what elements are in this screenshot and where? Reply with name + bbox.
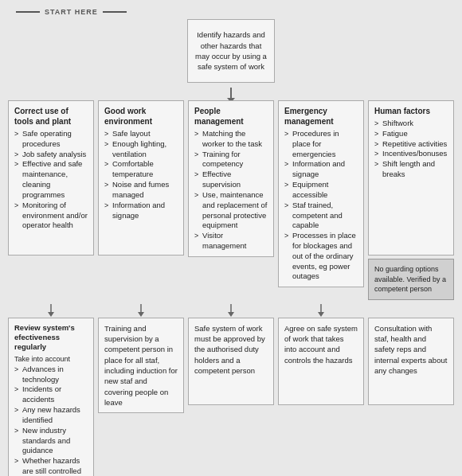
- top-box-text: Identify hazards and other hazards that …: [194, 29, 268, 72]
- start-line-left: [16, 11, 40, 13]
- list-item: Fatigue: [374, 129, 448, 139]
- list-item: Shift length and breaks: [374, 159, 448, 180]
- list-item: Monitoring of environment and/or operato…: [14, 201, 88, 231]
- arrow-cell-2: [98, 303, 184, 318]
- box-correct-use-title: Correct use of tools and plant: [14, 106, 88, 127]
- list-item: Incidents or accidents: [14, 384, 88, 405]
- box-human-factors-title: Human factors: [374, 106, 448, 116]
- col-people-mgmt: People management Matching the worker to…: [188, 100, 274, 259]
- list-item: Whether hazards are still controlled: [14, 456, 88, 476]
- training-text: Training and supervision by a competent …: [104, 324, 178, 407]
- no-guarding-text: No guarding options available. Verified …: [374, 265, 446, 293]
- list-item: Advances in technology: [14, 365, 88, 385]
- box-people-mgmt-title: People management: [194, 106, 268, 127]
- list-item: Job safety analysis: [14, 150, 88, 160]
- col-human-factors: Human factors Shiftwork Fatigue Repetiti…: [368, 100, 454, 300]
- start-label: START HERE: [45, 8, 98, 16]
- col-consultation: Consultation with staf, health and safet…: [368, 318, 454, 405]
- box-good-work-env-list: Safe layout Enough lighting, ventilation…: [104, 129, 178, 220]
- top-box: Identify hazards and other hazards that …: [187, 19, 275, 83]
- col-agree: Agree on safe system of work that takes …: [278, 318, 364, 405]
- col-correct-use: Correct use of tools and plant Safe oper…: [8, 100, 94, 259]
- arrow-cell-3: [188, 303, 274, 318]
- box-human-factors-list: Shiftwork Fatigue Repetitive activities …: [374, 119, 448, 180]
- box-correct-use-list: Safe operating procedures Job safety ana…: [14, 129, 88, 231]
- box-emergency-mgmt: Emergency management Procedures in place…: [278, 100, 364, 287]
- list-item: Information and signage: [104, 201, 178, 221]
- box-review-title: Review system's efectiveness regularly: [14, 323, 88, 353]
- list-item: Safe layout: [104, 129, 178, 139]
- row1: Identify hazards and other hazards that …: [8, 19, 454, 83]
- box-agree: Agree on safe system of work that takes …: [278, 318, 364, 405]
- list-item: Enough lighting, ventilation: [104, 139, 178, 160]
- svg-marker-7: [318, 312, 324, 317]
- consultation-text: Consultation with staf, health and safet…: [374, 324, 447, 375]
- box-good-work-env: Good work environment Safe layout Enough…: [98, 100, 184, 256]
- box-consultation: Consultation with staf, health and safet…: [368, 318, 454, 405]
- list-item: Equipment accessible: [284, 180, 358, 201]
- safe-system-text: Safe system of work must be approved by …: [194, 324, 265, 375]
- box-safe-system: Safe system of work must be approved by …: [188, 318, 274, 405]
- arrow-cell-4: [278, 303, 364, 318]
- col-review: Review system's efectiveness regularly T…: [8, 318, 94, 476]
- list-item: Processes in place for blockages and out…: [284, 231, 358, 282]
- agree-text: Agree on safe system of work that takes …: [284, 324, 358, 365]
- svg-marker-1: [48, 312, 54, 317]
- arrow-down-svg: [227, 304, 235, 317]
- list-item: Any new hazards identified: [14, 405, 88, 426]
- arrow-cell-1: [8, 303, 94, 318]
- arrows-row-2-3: [8, 303, 454, 318]
- list-item: Effective and safe maintenance, cleaning…: [14, 159, 88, 200]
- arrow-cell-5: [368, 303, 454, 318]
- start-line-right: [103, 11, 127, 13]
- box-good-work-env-title: Good work environment: [104, 106, 178, 127]
- start-here-banner: START HERE: [16, 8, 454, 16]
- list-item: Effective supervision: [194, 170, 268, 190]
- review-take-into: Take into account: [14, 355, 88, 363]
- arrow-down-svg: [47, 304, 55, 317]
- arrow-down-svg: [317, 304, 325, 317]
- box-people-mgmt-list: Matching the worker to the task Training…: [194, 129, 268, 252]
- svg-marker-5: [228, 312, 234, 317]
- box-review: Review system's efectiveness regularly T…: [8, 318, 94, 476]
- col-emergency-mgmt: Emergency management Procedures in place…: [278, 100, 364, 287]
- box-emergency-mgmt-title: Emergency management: [284, 106, 358, 127]
- list-item: Shiftwork: [374, 119, 448, 129]
- row3: Review system's efectiveness regularly T…: [8, 318, 454, 476]
- box-emergency-mgmt-list: Procedures in place for emergencies Info…: [284, 129, 358, 282]
- col-safe-system: Safe system of work must be approved by …: [188, 318, 274, 405]
- list-item: Visitor management: [194, 231, 268, 252]
- arrow-down-1: [8, 88, 454, 99]
- col-training: Training and supervision by a competent …: [98, 318, 184, 413]
- row2: Correct use of tools and plant Safe oper…: [8, 100, 454, 300]
- list-item: Comfortable temperature: [104, 159, 178, 180]
- list-item: Use, maintenance and replacement of pers…: [194, 190, 268, 231]
- list-item: Training for competency: [194, 150, 268, 170]
- box-no-guarding: No guarding options available. Verified …: [368, 259, 454, 300]
- box-human-factors: Human factors Shiftwork Fatigue Repetiti…: [368, 100, 454, 256]
- list-item: Safe operating procedures: [14, 129, 88, 150]
- list-item: Matching the worker to the task: [194, 129, 268, 150]
- list-item: Staf trained, competent and capable: [284, 201, 358, 231]
- list-item: New industry standards and guidance: [14, 426, 88, 456]
- svg-marker-3: [138, 312, 144, 317]
- arrow-line-1: [230, 88, 232, 99]
- list-item: Incentives/bonuses: [374, 149, 448, 159]
- list-item: Procedures in place for emergencies: [284, 129, 358, 159]
- col-good-work-env: Good work environment Safe layout Enough…: [98, 100, 184, 259]
- box-training: Training and supervision by a competent …: [98, 318, 184, 413]
- list-item: Noise and fumes managed: [104, 180, 178, 201]
- box-correct-use: Correct use of tools and plant Safe oper…: [8, 100, 94, 256]
- box-people-mgmt: People management Matching the worker to…: [188, 100, 274, 257]
- list-item: Information and signage: [284, 159, 358, 180]
- box-review-list: Advances in technology Incidents or acci…: [14, 365, 88, 476]
- list-item: Repetitive activities: [374, 139, 448, 150]
- diagram-container: START HERE Identify hazards and other ha…: [8, 8, 454, 476]
- arrow-down-svg: [137, 304, 145, 317]
